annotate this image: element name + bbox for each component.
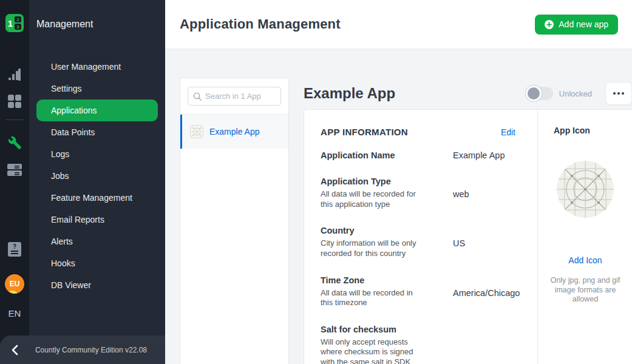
field-value [453,337,515,364]
grid-icon[interactable] [0,95,29,108]
icon-format-note: Only jpg, png and gif image formats are … [549,276,621,305]
sidebar-item-alerts[interactable]: Alerts [36,231,158,252]
version-label: Countly Community Edition v22.08 [29,346,165,354]
collapse-sidebar-button[interactable] [0,345,29,356]
lock-toggle[interactable] [526,87,553,100]
app-placeholder-icon [190,125,203,138]
app-search-section [180,78,288,115]
user-avatar[interactable]: EU [5,274,24,294]
more-options-button[interactable] [605,82,632,105]
app-search-box[interactable] [188,87,281,106]
add-new-app-button[interactable]: Add new app [535,15,618,35]
wrench-icon[interactable] [0,136,29,150]
field-description: All data will be recorded for this appli… [321,189,425,209]
search-icon [193,92,202,101]
field-country: Country City information will be only re… [321,226,515,258]
plus-circle-icon [545,20,554,29]
sidebar-item-email-reports[interactable]: Email Reports [36,209,158,231]
field-salt-for-checksum: Salt for checksum Will only accept reque… [321,325,515,364]
avatar-initials: EU [10,280,20,288]
field-label: Time Zone [321,275,453,285]
field-value: web [453,189,515,209]
sidebar: 1 2 3 [0,0,165,364]
svg-text:?: ? [13,243,16,250]
app-list-panel: Example App [180,78,289,364]
field-description: City information will be only recorded f… [321,238,425,258]
sidebar-item-logs[interactable]: Logs [36,143,158,165]
sidebar-section-title: Management [36,19,93,30]
main-header: Application Management Add new app [165,0,632,49]
app-information-section: APP INFORMATION Edit Application Name Ex… [304,110,537,364]
field-value: America/Chicago [453,288,520,308]
sidebar-item-settings[interactable]: Settings [36,78,158,99]
management-menu: User Management Settings Applications Da… [29,56,165,296]
server-icon[interactable] [0,163,29,177]
sidebar-item-applications[interactable]: Applications [36,99,158,121]
sidebar-item-feature-management[interactable]: Feature Management [36,187,158,209]
app-icon-title: App Icon [538,126,632,135]
edit-link[interactable]: Edit [501,127,515,137]
app-information-card: APP INFORMATION Edit Application Name Ex… [304,109,632,364]
field-label: Application Type [321,177,453,186]
language-selector[interactable]: EN [0,308,29,318]
add-new-app-label: Add new app [559,19,608,29]
sidebar-footer: Countly Community Edition v22.08 [0,335,165,364]
field-value: Example App [453,150,515,160]
sidebar-item-hooks[interactable]: Hooks [36,252,158,274]
lock-state-label: Unlocked [559,89,592,98]
field-description: Will only accept requests where checksum… [321,337,425,364]
sidebar-item-db-viewer[interactable]: DB Viewer [36,274,158,296]
sidebar-icon-strip: 1 2 3 [0,0,29,364]
field-description: All data will be recorded in this timezo… [321,288,425,308]
sidebar-item-jobs[interactable]: Jobs [36,165,158,187]
app-detail-header: Example App Unlocked [304,78,632,109]
field-time-zone: Time Zone All data will be recorded in t… [321,275,515,308]
sidebar-item-data-points[interactable]: Data Points [36,121,158,143]
svg-text:3: 3 [16,24,19,30]
field-application-name: Application Name Example App [321,150,515,160]
section-title: APP INFORMATION [321,127,408,137]
app-icon-panel: App Icon [537,110,632,364]
app-list-item-example-app[interactable]: Example App [180,115,288,149]
countly-logo[interactable]: 1 2 3 [5,14,24,32]
sidebar-item-user-management[interactable]: User Management [36,56,158,78]
wireframe-sphere-icon [557,161,614,218]
field-label: Salt for checksum [321,325,453,334]
app-list-item-label: Example App [209,127,260,136]
chevron-left-icon [11,345,18,356]
field-label: Country [321,226,453,235]
add-icon-link[interactable]: Add Icon [538,255,632,265]
app-detail-title: Example App [304,85,526,102]
field-label: Application Name [321,150,453,160]
ellipsis-icon [613,92,616,95]
search-input[interactable] [205,92,275,101]
strip-divider [5,120,24,120]
svg-text:1: 1 [8,18,13,29]
lock-toggle-knob [526,86,542,101]
bar-chart-icon[interactable] [0,68,29,81]
svg-text:2: 2 [16,17,19,22]
page-title: Application Management [180,16,341,32]
help-icon[interactable]: ? [0,242,29,257]
field-application-type: Application Type All data will be record… [321,177,515,209]
field-value: US [453,238,515,258]
